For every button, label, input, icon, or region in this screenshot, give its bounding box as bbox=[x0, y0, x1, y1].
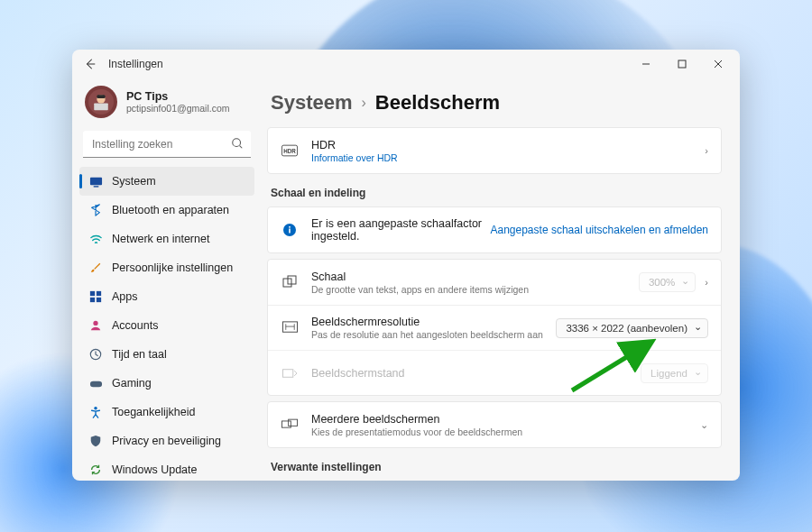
resolution-sub: Pas de resolutie aan het aangesloten bee… bbox=[311, 329, 556, 340]
scale-dropdown: 300% bbox=[639, 272, 696, 292]
resolution-icon bbox=[281, 321, 299, 335]
back-button[interactable] bbox=[76, 50, 105, 78]
scale-title: Schaal bbox=[311, 271, 639, 283]
search-input[interactable] bbox=[83, 131, 251, 158]
gaming-icon bbox=[88, 376, 103, 390]
hdr-sublink[interactable]: Informatie over HDR bbox=[311, 152, 696, 163]
profile-block[interactable]: PC Tips pctipsinfo01@gmail.com bbox=[79, 78, 254, 131]
alert-action-link[interactable]: Aangepaste schaal uitschakelen en afmeld… bbox=[491, 224, 709, 236]
svg-rect-0 bbox=[678, 60, 686, 68]
svg-point-12 bbox=[93, 321, 97, 326]
sidebar-item-accounts[interactable]: Accounts bbox=[79, 311, 254, 340]
sidebar-item-label: Systeem bbox=[112, 175, 156, 188]
titlebar: Instellingen bbox=[72, 50, 740, 78]
svg-rect-6 bbox=[89, 177, 101, 184]
svg-point-15 bbox=[94, 407, 97, 410]
clock-icon bbox=[88, 347, 103, 362]
sidebar-item-label: Persoonlijke instellingen bbox=[112, 261, 233, 274]
main-content: Systeem › Beeldscherm HDR HDR Informatie… bbox=[262, 78, 740, 481]
multi-sub: Kies de presentatiemodus voor de beeldsc… bbox=[311, 427, 691, 437]
orientation-dropdown: Liggend bbox=[641, 363, 708, 383]
chevron-right-icon: › bbox=[362, 95, 366, 111]
sidebar-item-apps[interactable]: Apps bbox=[79, 282, 254, 311]
svg-rect-9 bbox=[97, 291, 101, 296]
scale-icon bbox=[281, 275, 299, 289]
breadcrumb: Systeem › Beeldscherm bbox=[267, 78, 722, 127]
close-button[interactable] bbox=[700, 50, 736, 78]
scale-sub: De grootte van tekst, apps en andere ite… bbox=[311, 284, 639, 295]
sidebar-item-label: Netwerk en internet bbox=[112, 233, 209, 245]
brush-icon bbox=[88, 261, 103, 275]
breadcrumb-current: Beeldscherm bbox=[375, 91, 500, 115]
scale-alert-card: Er is een aangepaste schaalfactor ingest… bbox=[267, 206, 722, 253]
wifi-icon bbox=[88, 232, 103, 246]
resolution-dropdown[interactable]: 3336 × 2022 (aanbevolen) bbox=[556, 318, 708, 338]
sidebar-item-personalisation[interactable]: Persoonlijke instellingen bbox=[79, 253, 254, 282]
sidebar-item-label: Tijd en taal bbox=[112, 348, 167, 361]
scale-row[interactable]: Schaal De grootte van tekst, apps en and… bbox=[268, 260, 721, 305]
search-box[interactable] bbox=[83, 131, 251, 158]
avatar bbox=[85, 86, 117, 118]
sidebar: PC Tips pctipsinfo01@gmail.com Systeem B… bbox=[72, 78, 262, 481]
arrow-left-icon bbox=[84, 58, 97, 70]
minimize-button[interactable] bbox=[628, 50, 664, 78]
window-title: Instellingen bbox=[108, 58, 163, 70]
sidebar-item-privacy[interactable]: Privacy en beveiliging bbox=[79, 427, 254, 455]
svg-rect-11 bbox=[97, 298, 101, 302]
orientation-row: Beeldschermstand Liggend bbox=[268, 350, 721, 395]
orientation-icon bbox=[281, 367, 299, 380]
bluetooth-icon bbox=[88, 203, 103, 217]
multi-title: Meerdere beeldschermen bbox=[311, 413, 691, 426]
hdr-icon: HDR bbox=[281, 144, 299, 157]
sidebar-item-label: Apps bbox=[112, 290, 138, 303]
svg-rect-20 bbox=[289, 226, 291, 228]
section-heading-scale: Schaal en indeling bbox=[271, 187, 718, 199]
svg-rect-23 bbox=[282, 322, 297, 332]
sidebar-item-label: Windows Update bbox=[112, 463, 198, 476]
svg-text:HDR: HDR bbox=[283, 148, 296, 154]
multimonitor-card[interactable]: Meerdere beeldschermen Kies de presentat… bbox=[267, 401, 722, 448]
sidebar-item-network[interactable]: Netwerk en internet bbox=[79, 225, 254, 253]
info-icon bbox=[281, 223, 299, 237]
svg-rect-2 bbox=[94, 104, 108, 111]
sidebar-item-label: Toegankelijkheid bbox=[112, 406, 195, 418]
orientation-title: Beeldschermstand bbox=[311, 367, 641, 380]
apps-icon bbox=[88, 289, 103, 304]
svg-rect-19 bbox=[289, 229, 291, 234]
sidebar-item-label: Gaming bbox=[112, 377, 152, 390]
sidebar-item-accessibility[interactable]: Toegankelijkheid bbox=[79, 398, 254, 427]
scale-group: Schaal De grootte van tekst, apps en and… bbox=[267, 259, 722, 396]
alert-text: Er is een aangepaste schaalfactor ingest… bbox=[311, 217, 491, 243]
accessibility-icon bbox=[88, 405, 103, 419]
resolution-row[interactable]: Beeldschermresolutie Pas de resolutie aa… bbox=[268, 305, 721, 350]
breadcrumb-parent[interactable]: Systeem bbox=[271, 91, 353, 115]
sidebar-item-time[interactable]: Tijd en taal bbox=[79, 340, 254, 369]
svg-rect-4 bbox=[97, 95, 105, 98]
sidebar-item-label: Bluetooth en apparaten bbox=[112, 204, 229, 216]
sidebar-item-gaming[interactable]: Gaming bbox=[79, 369, 254, 398]
svg-rect-24 bbox=[282, 369, 292, 377]
chevron-right-icon: › bbox=[705, 277, 708, 288]
svg-rect-7 bbox=[93, 186, 98, 187]
sidebar-item-label: Privacy en beveiliging bbox=[112, 435, 221, 447]
svg-rect-8 bbox=[90, 291, 95, 296]
resolution-title: Beeldschermresolutie bbox=[311, 316, 556, 328]
svg-rect-25 bbox=[281, 421, 291, 427]
maximize-button[interactable] bbox=[664, 50, 700, 78]
update-icon bbox=[88, 463, 103, 477]
search-icon bbox=[231, 137, 244, 152]
sidebar-item-bluetooth[interactable]: Bluetooth en apparaten bbox=[79, 196, 254, 225]
section-heading-related: Verwante instellingen bbox=[271, 461, 718, 473]
sidebar-item-update[interactable]: Windows Update bbox=[79, 455, 254, 481]
sidebar-item-systeem[interactable]: Systeem bbox=[79, 167, 254, 196]
profile-email: pctipsinfo01@gmail.com bbox=[126, 103, 230, 114]
svg-rect-10 bbox=[90, 298, 95, 302]
sidebar-item-label: Accounts bbox=[112, 319, 158, 332]
hdr-card[interactable]: HDR HDR Informatie over HDR › bbox=[267, 127, 722, 174]
svg-point-5 bbox=[233, 139, 241, 147]
hdr-title: HDR bbox=[311, 139, 696, 151]
svg-rect-26 bbox=[289, 419, 298, 426]
profile-name: PC Tips bbox=[126, 90, 230, 103]
multi-icon bbox=[281, 418, 299, 431]
system-icon bbox=[88, 174, 103, 188]
